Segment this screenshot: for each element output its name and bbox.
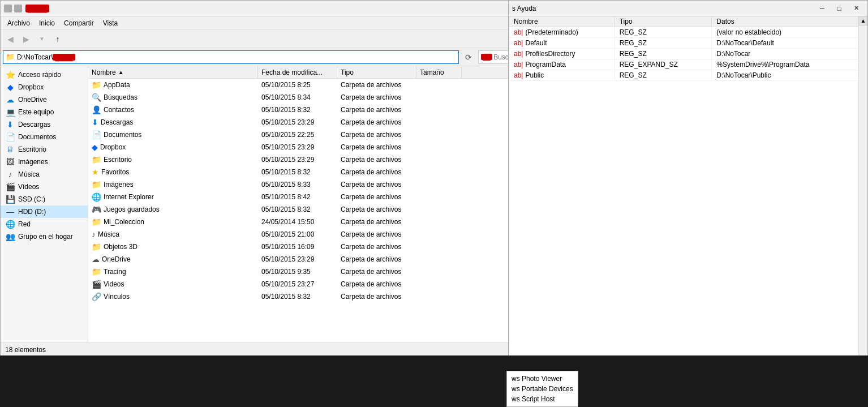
col-header-date[interactable]: Fecha de modifica...	[258, 66, 337, 78]
file-name: 🔍 Búsquedas	[88, 93, 258, 102]
reg-entry-type: REG_SZ	[615, 49, 712, 59]
file-type: Carpeta de archivos	[337, 93, 416, 101]
file-name: ◆ Dropbox	[88, 143, 258, 152]
reg-close-button[interactable]: ✕	[848, 3, 864, 14]
reg-maximize-button[interactable]: □	[831, 3, 847, 14]
file-icon: 📁	[92, 242, 101, 251]
file-name: 📁 Mi_Coleccion	[88, 217, 258, 226]
file-type: Carpeta de archivos	[337, 143, 416, 151]
file-date: 05/10/2015 9:35	[258, 268, 337, 276]
sidebar-item-descargas[interactable]: ⬇ Descargas	[1, 118, 88, 131]
sidebar-item-onedrive[interactable]: ☁ OneDrive	[1, 93, 88, 106]
sidebar-section: ⭐ Acceso rápido ◆ Dropbox ☁ OneDrive 💻 E…	[1, 68, 88, 243]
file-type: Carpeta de archivos	[337, 131, 416, 139]
reg-minimize-button[interactable]: ─	[814, 3, 830, 14]
reg-entry-type: REG_SZ	[615, 38, 712, 49]
menu-compartir[interactable]: Compartir	[59, 18, 98, 28]
reg-entry-data: %SystemDrive%\ProgramData	[712, 59, 858, 70]
taskbar-popup-item-1[interactable]: ws Portable Devices	[512, 384, 573, 394]
taskbar-popup-item-2[interactable]: ws Script Host	[512, 394, 573, 404]
file-icon: 🌐	[92, 192, 101, 202]
list-item[interactable]: ab|Default REG_SZ D:\NoTocar\Default	[509, 38, 858, 49]
reg-entry-type: REG_SZ	[615, 70, 712, 81]
sidebar-label-musica: Música	[18, 170, 40, 178]
reg-icon: ab|	[514, 71, 523, 79]
menu-vista[interactable]: Vista	[98, 18, 122, 28]
file-icon: 📁	[92, 180, 101, 189]
file-icon: 📁	[92, 155, 101, 164]
reg-col-data: Datos	[712, 16, 858, 27]
file-date: 05/10/2015 16:09	[258, 243, 337, 251]
back-button[interactable]: ◀	[3, 32, 18, 46]
sidebar-item-ssd[interactable]: 💾 SSD (C:)	[1, 193, 88, 205]
address-path: D:\NoTocar\	[17, 53, 53, 61]
reg-entry-name: ab|ProfilesDirectory	[509, 49, 615, 59]
folder-icon: 📁	[6, 53, 15, 61]
file-icon: ☁	[92, 255, 100, 264]
list-item[interactable]: ab|(Predeterminado) REG_SZ (valor no est…	[509, 27, 858, 38]
sidebar-label-videos: Vídeos	[18, 183, 39, 191]
file-icon: ★	[92, 168, 99, 177]
sort-arrow: ▲	[118, 69, 124, 75]
reg-values: Nombre Tipo Datos ab|(Predeterminado) RE…	[509, 16, 858, 378]
videos-icon: 🎬	[5, 182, 15, 191]
sidebar-item-hdd[interactable]: — HDD (D:)	[1, 205, 88, 218]
col-header-type[interactable]: Tipo	[337, 66, 416, 78]
list-item[interactable]: ab|ProfilesDirectory REG_SZ D:\NoTocar	[509, 49, 858, 59]
file-type: Carpeta de archivos	[337, 181, 416, 188]
sidebar-label-onedrive: OneDrive	[18, 96, 47, 104]
registry-panel: s Ayuda ─ □ ✕ Nombre Tipo Datos ab|(Pr	[508, 0, 868, 391]
up-button[interactable]: ↑	[50, 32, 65, 46]
list-item[interactable]: ab|ProgramData REG_EXPAND_SZ %SystemDriv…	[509, 59, 858, 70]
sidebar-label-grupo: Grupo en el hogar	[18, 233, 73, 241]
sidebar-item-este-equipo[interactable]: 💻 Este equipo	[1, 106, 88, 118]
sidebar-item-videos[interactable]: 🎬 Vídeos	[1, 181, 88, 193]
sidebar-item-imagenes[interactable]: 🖼 Imágenes	[1, 156, 88, 168]
window-icon-2	[14, 5, 22, 12]
star-icon: ⭐	[5, 70, 15, 79]
file-name: 📄 Documentos	[88, 130, 258, 139]
sidebar-item-documentos[interactable]: 📄 Documentos	[1, 131, 88, 143]
menu-inicio[interactable]: Inicio	[35, 18, 59, 28]
sidebar-item-red[interactable]: 🌐 Red	[1, 218, 88, 230]
refresh-button[interactable]: ⟳	[461, 50, 476, 64]
sidebar-item-grupo[interactable]: 👥 Grupo en el hogar	[1, 230, 88, 243]
file-date: 05/10/2015 23:29	[258, 156, 337, 164]
col-header-name[interactable]: Nombre ▲	[88, 66, 258, 78]
file-date: 05/10/2015 23:29	[258, 118, 337, 126]
file-name: 🔗 Vínculos	[88, 292, 258, 301]
sidebar-item-dropbox[interactable]: ◆ Dropbox	[1, 81, 88, 93]
reg-entry-data: D:\NoTocar	[712, 49, 858, 59]
col-header-size[interactable]: Tamaño	[416, 66, 462, 78]
file-date: 05/10/2015 23:29	[258, 255, 337, 263]
taskbar-popup-item-0[interactable]: ws Photo Viewer	[512, 374, 573, 384]
file-icon: 📁	[92, 217, 101, 226]
address-input-wrap: 📁 D:\NoTocar\ ████	[3, 50, 459, 64]
down-button[interactable]: ▼	[35, 32, 49, 46]
forward-button[interactable]: ▶	[19, 32, 33, 46]
file-date: 05/10/2015 22:25	[258, 131, 337, 139]
sidebar-item-acceso-rapido[interactable]: ⭐ Acceso rápido	[1, 68, 88, 81]
network-icon: 🌐	[5, 220, 15, 229]
file-name: ⬇ Descargas	[88, 118, 258, 127]
sidebar-item-musica[interactable]: ♪ Música	[1, 168, 88, 181]
file-icon: ⬇	[92, 118, 98, 127]
sidebar: ⭐ Acceso rápido ◆ Dropbox ☁ OneDrive 💻 E…	[1, 66, 88, 342]
file-icon: 🎬	[92, 280, 101, 289]
sidebar-item-escritorio[interactable]: 🖥 Escritorio	[1, 143, 88, 156]
reg-entry-name: ab|Public	[509, 70, 615, 81]
file-date: 05/10/2015 8:25	[258, 81, 337, 89]
reg-entry-name: ab|(Predeterminado)	[509, 27, 615, 38]
menu-archivo[interactable]: Archivo	[3, 18, 35, 28]
reg-vertical-scrollbar[interactable]: ▲ ▼	[858, 16, 867, 378]
list-item[interactable]: ab|Public REG_SZ D:\NoTocar\Public	[509, 70, 858, 81]
address-redacted: ████	[53, 54, 75, 61]
file-name: 🌐 Internet Explorer	[88, 192, 258, 202]
file-type: Carpeta de archivos	[337, 293, 416, 301]
title-bar-icons	[4, 5, 22, 12]
dropbox-icon: ◆	[5, 83, 15, 92]
file-type: Carpeta de archivos	[337, 106, 416, 114]
file-type: Carpeta de archivos	[337, 118, 416, 126]
sidebar-label-dropbox: Dropbox	[18, 83, 44, 91]
documents-icon: 📄	[5, 132, 15, 142]
